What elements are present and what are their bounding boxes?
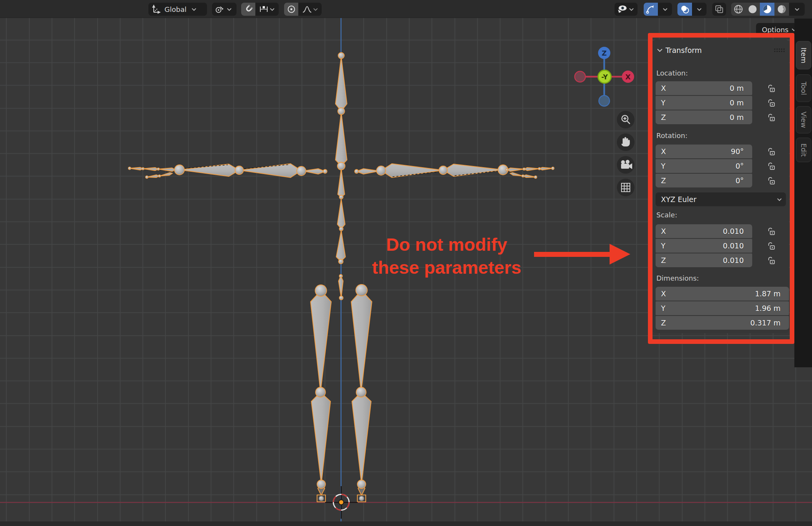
- bone-finger-right[interactable]: [507, 168, 524, 171]
- bone-thigh-right[interactable]: [351, 290, 372, 392]
- object-visibility-dropdown[interactable]: [615, 3, 638, 16]
- annotation-text-line1: Do not modify: [332, 234, 562, 255]
- falloff-dropdown[interactable]: [298, 3, 322, 16]
- transform-orientation-icon: [151, 4, 161, 14]
- bone-forearm-right[interactable]: [443, 164, 503, 176]
- bone-finger-left[interactable]: [158, 168, 176, 171]
- shading-wireframe-icon: [733, 4, 743, 14]
- shading-rendered-button[interactable]: [774, 3, 789, 16]
- gizmo-neg-y-label: -Y: [602, 73, 608, 81]
- bone-upperarm-left[interactable]: [239, 164, 301, 178]
- annotation-arrow-head: [610, 244, 630, 265]
- options-label: Options: [762, 26, 788, 34]
- toe-joint-left[interactable]: [319, 496, 324, 501]
- annotation-rectangle: [648, 33, 794, 344]
- snap-target-dropdown[interactable]: [255, 3, 279, 16]
- gizmo-axis-neg-z[interactable]: [599, 95, 610, 106]
- joint[interactable]: [338, 108, 345, 115]
- gizmos-dropdown[interactable]: [658, 3, 672, 16]
- joint-shoulder-right[interactable]: [376, 166, 386, 175]
- pivot-point-dropdown[interactable]: [212, 3, 237, 16]
- viewport-nav-buttons[interactable]: [617, 111, 634, 196]
- bone-thigh-left[interactable]: [311, 291, 331, 392]
- joint[interactable]: [534, 176, 537, 179]
- tab-item-label: Item: [800, 48, 808, 63]
- bone-spine-upper[interactable]: [338, 169, 345, 197]
- joint[interactable]: [158, 175, 161, 177]
- shading-solid-button[interactable]: [745, 3, 760, 16]
- joint[interactable]: [339, 227, 343, 231]
- joint[interactable]: [157, 168, 159, 170]
- bone-clavicle-right[interactable]: [357, 169, 380, 174]
- proportional-editing-toggle[interactable]: [284, 3, 298, 16]
- joint[interactable]: [552, 167, 554, 170]
- joint[interactable]: [339, 296, 343, 300]
- bottom-strip: [0, 521, 812, 526]
- joint-knee-left[interactable]: [316, 387, 325, 397]
- joint[interactable]: [522, 175, 524, 177]
- shading-wireframe-button[interactable]: [731, 3, 745, 16]
- joint[interactable]: [338, 53, 344, 59]
- overlays-dropdown[interactable]: [692, 3, 707, 16]
- joint[interactable]: [146, 176, 148, 179]
- joint[interactable]: [337, 162, 345, 170]
- joint[interactable]: [323, 169, 327, 173]
- sidebar-tab-column: Item Tool View Edit: [794, 18, 812, 367]
- bone-finger-right[interactable]: [524, 168, 539, 171]
- joint[interactable]: [355, 169, 358, 173]
- bone-finger-left[interactable]: [130, 168, 143, 170]
- tab-item[interactable]: Item: [796, 41, 811, 69]
- bone-pelvis[interactable]: [339, 276, 343, 298]
- joint-shoulder-left[interactable]: [297, 166, 306, 176]
- transform-orientation-dropdown[interactable]: Global: [148, 3, 207, 16]
- joint-ankle-right[interactable]: [357, 480, 366, 488]
- shading-material-icon: [762, 4, 772, 14]
- bone-chest[interactable]: [335, 112, 347, 166]
- joint[interactable]: [142, 168, 144, 170]
- bone-head[interactable]: [335, 56, 347, 111]
- shading-material-button[interactable]: [760, 3, 774, 16]
- show-gizmos-toggle[interactable]: [644, 3, 658, 16]
- joint[interactable]: [339, 195, 343, 199]
- snap-toggle-button[interactable]: [241, 3, 255, 16]
- bone-thumb-right[interactable]: [523, 175, 536, 178]
- joint-elbow-left[interactable]: [235, 166, 243, 174]
- gizmo-axis-neg-x[interactable]: [575, 71, 585, 82]
- joint-wrist-left[interactable]: [174, 165, 184, 175]
- toe-joint-right[interactable]: [359, 496, 364, 501]
- joint-elbow-right[interactable]: [439, 166, 447, 174]
- chevron-down-icon: [313, 8, 318, 11]
- bone-thumb-left[interactable]: [159, 173, 173, 176]
- bone-thumb-right[interactable]: [510, 173, 523, 176]
- shading-rendered-icon: [777, 4, 787, 14]
- tab-edit[interactable]: Edit: [796, 138, 811, 162]
- shading-mode-group: [731, 3, 805, 16]
- bone-spine-mid[interactable]: [337, 199, 345, 229]
- snap-magnet-icon: [243, 4, 253, 14]
- 3d-cursor[interactable]: [325, 486, 358, 519]
- grid-ortho-button[interactable]: [617, 179, 634, 196]
- zoom-button[interactable]: [617, 111, 634, 128]
- xray-toggle[interactable]: [712, 3, 726, 16]
- bone-forearm-left[interactable]: [179, 164, 239, 176]
- joint-knee-right[interactable]: [356, 387, 366, 397]
- bone-shin-right[interactable]: [352, 392, 371, 484]
- tab-view[interactable]: View: [796, 106, 811, 133]
- joint-ankle-left[interactable]: [317, 480, 325, 488]
- bone-finger-right[interactable]: [539, 168, 553, 170]
- navigation-gizmo[interactable]: Z X -Y: [575, 47, 634, 106]
- tab-tool[interactable]: Tool: [796, 74, 811, 102]
- shading-dropdown[interactable]: [789, 3, 805, 16]
- joint-hip-right[interactable]: [356, 284, 367, 296]
- joint-hip-left[interactable]: [315, 285, 327, 296]
- bone-thumb-left[interactable]: [147, 175, 159, 178]
- joint[interactable]: [538, 168, 541, 170]
- bone-shin-left[interactable]: [311, 392, 330, 484]
- bone-finger-left[interactable]: [143, 168, 158, 171]
- joint[interactable]: [506, 169, 508, 171]
- joint[interactable]: [128, 167, 131, 170]
- show-overlays-toggle[interactable]: [677, 3, 692, 16]
- tab-edit-label: Edit: [800, 143, 808, 157]
- bone-upperarm-right[interactable]: [381, 164, 443, 178]
- joint[interactable]: [523, 168, 525, 170]
